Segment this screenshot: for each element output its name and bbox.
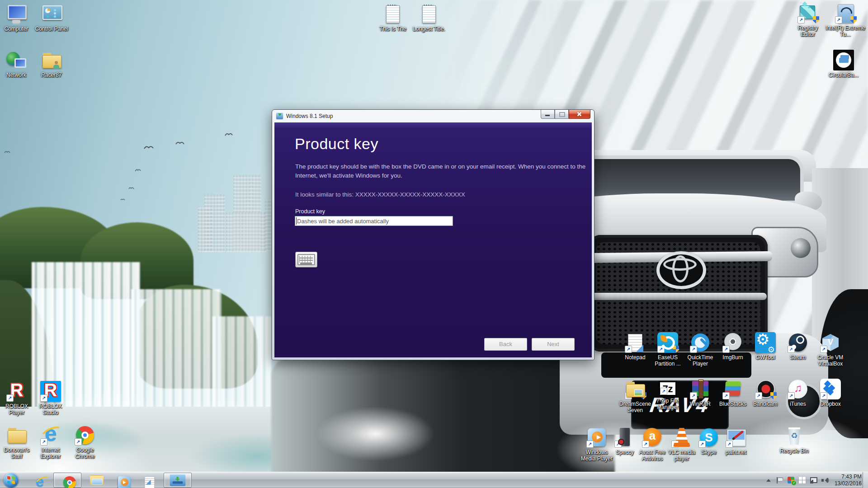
icon-label: This Is The [377, 26, 409, 32]
desktop-icon-quicktime[interactable]: ↗ QuickTime Player [684, 332, 717, 367]
next-button[interactable]: Next [532, 338, 575, 351]
desktop-icon-notepad[interactable]: ↗ Notepad [619, 332, 651, 361]
taskbar-chrome[interactable] [53, 473, 81, 488]
registry-editor-icon: ↗ [797, 3, 818, 23]
desktop-icon-dropbox[interactable]: ↗ Dropbox [814, 379, 847, 407]
network-tray-icon[interactable] [810, 477, 817, 484]
icon-label: QuickTime Player [684, 354, 717, 367]
desktop-icon-bandicam[interactable]: ↗ Bandicam [749, 379, 782, 407]
uac-shield-icon [813, 16, 819, 23]
vlc-icon: ↗ [671, 427, 692, 448]
desktop-icon-longest-title[interactable]: Longest Title. [410, 4, 448, 32]
shortcut-arrow-icon: ↗ [614, 441, 622, 448]
product-key-input[interactable] [295, 216, 453, 226]
icon-label: Registry Editor [791, 25, 825, 38]
dreamscene-folder-icon: ↗ [625, 379, 646, 399]
desktop-icon-intel-extreme[interactable]: ↗ Intel(R) Extreme Tu... [825, 3, 866, 38]
desktop-icon-recycle-bin[interactable]: Recycle Bin [774, 426, 814, 454]
text-file-icon [419, 4, 439, 24]
internet-explorer-icon: ↗ [40, 425, 61, 446]
windows-media-player-icon: ↗ [586, 427, 607, 448]
text-file-icon [382, 4, 403, 24]
get-windows-10-icon[interactable] [799, 477, 806, 484]
desktop-icon-bluestacks[interactable]: ↗ BlueStacks [717, 379, 749, 407]
avast-icon: ↗ [642, 427, 663, 448]
icon-label: 7-Zip File Manager [651, 398, 684, 410]
volume-tray-icon[interactable]: ))) [821, 477, 829, 484]
desktop-icon-internet-explorer[interactable]: ↗ Internet Explorer [34, 425, 67, 460]
close-button[interactable] [569, 110, 590, 119]
desktop-icon-steam[interactable]: ↗ Steam [782, 332, 814, 361]
shortcut-arrow-icon: ↗ [625, 346, 632, 353]
windows-logo-icon [7, 476, 15, 484]
taskbar-notepad[interactable] [136, 472, 159, 488]
roblox-player-icon: ↗ [6, 381, 27, 402]
desktop-icon-this-is-the[interactable]: This Is The [377, 4, 409, 32]
shortcut-arrow-icon: ↗ [6, 394, 14, 402]
icon-label: Longest Title. [410, 26, 448, 32]
shortcut-arrow-icon: ↗ [788, 392, 795, 399]
action-center-icon[interactable] [776, 477, 783, 484]
setup-app-icon [276, 113, 283, 119]
shortcut-arrow-icon: ↗ [657, 346, 665, 353]
taskbar: ))) 7:43 PM 13/02/2016 [0, 472, 868, 488]
desktop-icon-google-chrome[interactable]: ↗ Google Chrome [68, 425, 102, 460]
icon-label: iTunes [782, 401, 814, 407]
desktop-icon-winrar[interactable]: ↗ WinRAR [684, 379, 717, 407]
icon-label: Google Chrome [68, 447, 102, 460]
shortcut-arrow-icon: ↗ [820, 392, 827, 399]
desktop-icon-itunes[interactable]: ↗ iTunes [782, 379, 814, 407]
desktop-icon-dreamscene[interactable]: ↗ DreamScene Seven [619, 379, 651, 413]
desktop-icon-control-panel[interactable]: Control Panel [33, 4, 71, 32]
windows-media-player-icon [117, 475, 127, 485]
start-button[interactable] [4, 473, 19, 488]
taskbar-internet-explorer[interactable] [28, 472, 52, 488]
control-panel-icon [41, 4, 62, 24]
desktop-icon-7zip[interactable]: ↗ 7-Zip File Manager [651, 379, 684, 410]
taskbar-media-player[interactable] [110, 472, 134, 488]
dialog-content: Product key The product key should be wi… [274, 122, 592, 357]
minimize-button[interactable] [541, 110, 555, 119]
show-hidden-icons-button[interactable] [765, 477, 772, 484]
desktop-icon-computer[interactable]: Computer [0, 4, 33, 32]
back-button[interactable]: Back [484, 338, 527, 351]
onscreen-keyboard-button[interactable] [295, 252, 317, 267]
shortcut-arrow-icon: ↗ [40, 394, 47, 402]
7zip-icon: ↗ [659, 381, 677, 396]
speccy-icon: ↗ [614, 427, 635, 448]
clock-time: 7:43 PM [835, 474, 862, 480]
chrome-bar [590, 293, 767, 300]
icon-label: Network [0, 72, 33, 78]
imgburn-icon: ↗ [722, 332, 743, 353]
shortcut-arrow-icon: ↗ [722, 392, 730, 399]
taskbar-clock[interactable]: 7:43 PM 13/02/2016 [833, 474, 862, 487]
desktop-icon-donovans-stuff[interactable]: Donovan's Stuff [0, 425, 33, 460]
desktop-icon-paintnet[interactable]: ↗ paint.net [718, 427, 754, 455]
setup-app-icon [170, 474, 186, 486]
icon-label: Recycle Bin [774, 448, 814, 454]
desktop-icon-easeus[interactable]: ↗ EaseUS Partition ... [651, 332, 684, 367]
desktop-icon-roblox-studio[interactable]: ↗ ROBLOX Studio [34, 381, 67, 416]
picture-icon [634, 389, 642, 396]
icon-label: ROBLOX Studio [34, 403, 67, 416]
antivirus-tray-icon[interactable] [788, 477, 795, 484]
shortcut-arrow-icon: ↗ [690, 392, 697, 399]
taskbar-explorer[interactable] [85, 472, 108, 488]
shortcut-arrow-icon: ↗ [722, 346, 730, 353]
desktop-icon-registry-editor[interactable]: ↗ Registry Editor [791, 3, 825, 38]
desktop-icon-roblox-player[interactable]: ↗ ROBLOX Player [0, 381, 33, 416]
desktop-icon-racer87[interactable]: Racer87 [33, 50, 71, 78]
desktop-icon-network[interactable]: Network [0, 50, 33, 78]
icon-label: Donovan's Stuff [0, 447, 33, 460]
steam-icon: ↗ [788, 332, 808, 353]
desktop-icon-circularba[interactable]: CircularBa... [822, 50, 865, 78]
paintnet-icon: ↗ [726, 427, 746, 448]
icon-label: Notepad [619, 354, 651, 361]
shortcut-arrow-icon: ↗ [690, 346, 697, 353]
desktop-icon-imgburn[interactable]: ↗ ImgBurn [717, 332, 749, 361]
shortcut-arrow-icon: ↗ [788, 346, 795, 353]
desktop-icon-gwtool[interactable]: GWTool [749, 332, 782, 361]
show-desktop-button[interactable] [863, 472, 868, 488]
desktop-icon-virtualbox[interactable]: ↗ Oracle VM VirtualBox [814, 332, 847, 367]
taskbar-windows-setup[interactable] [164, 473, 192, 488]
